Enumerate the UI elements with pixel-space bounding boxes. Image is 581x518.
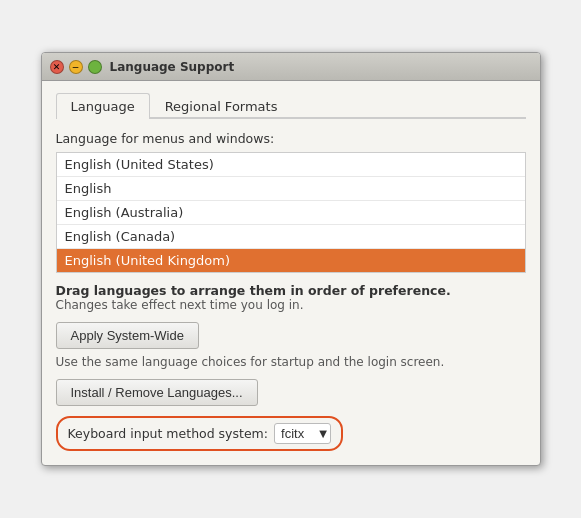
tab-bar: Language Regional Formats	[56, 93, 526, 119]
minimize-button[interactable]: −	[69, 60, 83, 74]
language-section-label: Language for menus and windows:	[56, 131, 526, 146]
keyboard-input-row: Keyboard input method system: fcitx ibus…	[56, 416, 526, 451]
close-button[interactable]: ✕	[50, 60, 64, 74]
language-item-en-us[interactable]: English (United States)	[57, 153, 525, 177]
tab-language[interactable]: Language	[56, 93, 150, 119]
keyboard-input-section: Keyboard input method system: fcitx ibus…	[56, 416, 344, 451]
language-item-en-gb[interactable]: English (United Kingdom)	[57, 249, 525, 272]
install-remove-button[interactable]: Install / Remove Languages...	[56, 379, 258, 406]
language-list: English (United States) English English …	[56, 152, 526, 273]
window-controls: ✕ −	[50, 60, 102, 74]
keyboard-input-select[interactable]: fcitx ibus none	[274, 423, 331, 444]
apply-system-wide-button[interactable]: Apply System-Wide	[56, 322, 199, 349]
drag-hint: Drag languages to arrange them in order …	[56, 283, 526, 312]
window-content: Language Regional Formats Language for m…	[42, 81, 540, 465]
language-item-en-au[interactable]: English (Australia)	[57, 201, 525, 225]
keyboard-select-wrapper: fcitx ibus none ▼	[274, 423, 331, 444]
language-support-window: ✕ − Language Support Language Regional F…	[41, 52, 541, 466]
keyboard-input-label: Keyboard input method system:	[68, 426, 269, 441]
language-item-en-ca[interactable]: English (Canada)	[57, 225, 525, 249]
titlebar: ✕ − Language Support	[42, 53, 540, 81]
maximize-button[interactable]	[88, 60, 102, 74]
drag-hint-bold: Drag languages to arrange them in order …	[56, 283, 526, 298]
helper-text: Use the same language choices for startu…	[56, 355, 526, 369]
window-title: Language Support	[110, 60, 235, 74]
drag-hint-sub: Changes take effect next time you log in…	[56, 298, 526, 312]
language-item-en[interactable]: English	[57, 177, 525, 201]
tab-regional-formats[interactable]: Regional Formats	[150, 93, 293, 119]
